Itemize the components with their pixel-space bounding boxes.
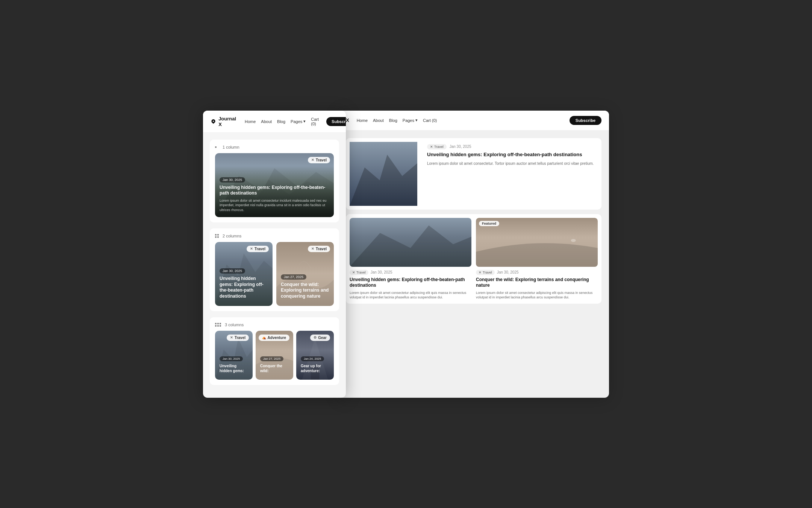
adventure-tag-tiny-2: ⛺ Adventure: [259, 335, 289, 341]
two-col-card-2[interactable]: ✕ Travel Jan 27, 2025 Conquer the wild: …: [276, 242, 334, 306]
nav-blog[interactable]: Blog: [277, 119, 285, 124]
right-article-img: [350, 142, 417, 206]
subscribe-button[interactable]: Subscribe: [326, 117, 346, 126]
featured-badge: Featured: [479, 221, 499, 226]
travel-tag-tiny-1: ✕ Travel: [227, 335, 249, 341]
article-excerpt: Lorem ipsum dolor sit amet consectetur i…: [220, 198, 329, 213]
tiny-title-3: Gear up for adventure:: [301, 364, 329, 373]
right-nav-pages[interactable]: Pages ▾: [403, 118, 418, 123]
right-article-title: Unveiling hidden gems: Exploring off-the…: [427, 152, 595, 158]
chevron-down-icon-right: ▾: [415, 118, 418, 123]
right-nav-blog[interactable]: Blog: [389, 118, 397, 123]
right-nav-cart[interactable]: Cart (0): [423, 118, 437, 123]
two-column-text: 2 columns: [223, 234, 241, 238]
right-card-img-1: [350, 218, 471, 267]
left-content: 1 column ✕ Travel Jan 30, 2025: [203, 133, 346, 398]
right-card-tag-2: ✕ Travel: [476, 270, 495, 275]
right-logo: X: [346, 117, 349, 123]
svg-point-0: [213, 120, 214, 122]
three-column-label: 3 columns: [215, 322, 334, 327]
left-panel: Journal X Home About Blog Pages ▾ Cart (…: [203, 111, 346, 398]
three-col-card-1[interactable]: ✕ Travel Jan 30, 2025 Unveiling hidden g…: [215, 331, 253, 380]
card-content-tiny-2: Jan 27, 2025 Conquer the wild:: [256, 350, 293, 380]
nav-links: Home About Blog Pages ▾ Cart (0): [245, 117, 319, 126]
right-featured-article[interactable]: ✕ Travel Jan 30, 2025 Unveiling hidden g…: [346, 138, 601, 210]
right-two-col: ✕ Travel Jan 30, 2025 Unveiling hidden g…: [346, 214, 601, 304]
article-title-3: Conquer the wild: Exploring terrains and…: [281, 282, 329, 300]
card-content-tiny-1: Jan 30, 2025 Unveiling hidden gems:: [215, 350, 253, 380]
right-travel-tag: ✕ Travel: [427, 144, 447, 149]
travel-tag: ✕ Travel: [308, 157, 330, 163]
nav-pages[interactable]: Pages ▾: [291, 119, 306, 124]
right-article-date: Jan 30, 2025: [450, 144, 471, 149]
three-col-card-3[interactable]: ⚙ Gear Jan 24, 2025 Gear up for adventur…: [296, 331, 334, 380]
three-column-section: 3 columns ✕ Travel: [210, 317, 339, 385]
travel-tag-3: ✕ Travel: [308, 246, 330, 252]
three-column-icon: [215, 323, 221, 327]
card-content: Jan 30, 2025 Unveiling hidden gems: Expl…: [215, 171, 334, 217]
right-article-excerpt: Lorem ipsum dolor sit amet consectetur. …: [427, 161, 595, 166]
article-date: Jan 30, 2025: [220, 177, 245, 183]
gear-tag-tiny-3: ⚙ Gear: [310, 335, 330, 341]
article-title-2: Unveiling hidden gems: Exploring off-the…: [220, 276, 268, 299]
right-nav-about[interactable]: About: [373, 118, 384, 123]
right-card-meta-2: ✕ Travel Jan 30, 2025: [476, 270, 598, 275]
travel-tag-2: ✕ Travel: [247, 246, 269, 252]
left-navbar: Journal X Home About Blog Pages ▾ Cart (…: [203, 111, 346, 133]
right-subscribe-button[interactable]: Subscribe: [570, 116, 601, 125]
tiny-date-1: Jan 30, 2025: [220, 356, 243, 361]
right-card-img-2: Featured: [476, 218, 598, 267]
card-content-2: Jan 30, 2025 Unveiling hidden gems: Expl…: [215, 262, 273, 306]
right-nav-links: Home About Blog Pages ▾ Cart (0): [357, 118, 437, 123]
two-col-card-1[interactable]: ✕ Travel Jan 30, 2025 Unveiling hidden g…: [215, 242, 273, 306]
right-article-text: ✕ Travel Jan 30, 2025 Unveiling hidden g…: [427, 138, 601, 210]
right-card-title-2: Conquer the wild: Exploring terrains and…: [476, 277, 598, 289]
svg-marker-8: [350, 225, 471, 267]
right-card-date-1: Jan 30, 2025: [371, 270, 392, 274]
article-date-2: Jan 30, 2025: [220, 268, 245, 274]
right-card-title-1: Unveiling hidden gems: Exploring off-the…: [350, 277, 471, 289]
right-card-date-2: Jan 30, 2025: [497, 270, 519, 274]
right-card-excerpt-1: Lorem ipsum dolor sit amet consectetur a…: [350, 291, 471, 300]
logo-icon: [211, 118, 216, 125]
three-col-card-2[interactable]: ⛺ Adventure Jan 27, 2025 Conquer the wil…: [256, 331, 293, 380]
article-date-3: Jan 27, 2025: [281, 274, 306, 280]
nav-cart[interactable]: Cart (0): [311, 117, 319, 126]
two-col-grid: ✕ Travel Jan 30, 2025 Unveiling hidden g…: [215, 242, 334, 306]
one-column-label: 1 column: [215, 145, 334, 149]
three-col-grid: ✕ Travel Jan 30, 2025 Unveiling hidden g…: [215, 331, 334, 380]
right-card-excerpt-2: Lorem ipsum dolor sit amet consectetur a…: [476, 291, 598, 300]
tiny-title-1: Unveiling hidden gems:: [220, 364, 248, 373]
one-column-icon: [215, 146, 219, 148]
right-content: ✕ Travel Jan 30, 2025 Unveiling hidden g…: [338, 131, 609, 311]
card-content-tiny-3: Jan 24, 2025 Gear up for adventure:: [296, 350, 334, 380]
two-column-section: 2 columns ✕ Travel: [210, 228, 339, 311]
three-column-text: 3 columns: [225, 322, 244, 327]
right-card-2[interactable]: Featured ✕ Travel Jan 30, 2025 Conquer t…: [476, 218, 598, 300]
logo-text: Journal X: [218, 116, 237, 127]
chevron-down-icon: ▾: [303, 119, 306, 124]
two-column-icon: [215, 234, 219, 238]
card-content-3: Jan 27, 2025 Conquer the wild: Exploring…: [276, 268, 334, 306]
right-panel: X Home About Blog Pages ▾ Cart (0) Subsc…: [338, 111, 609, 398]
nav-about[interactable]: About: [261, 119, 272, 124]
article-title: Unveiling hidden gems: Exploring off-the…: [220, 185, 329, 196]
right-card-1[interactable]: ✕ Travel Jan 30, 2025 Unveiling hidden g…: [350, 218, 471, 300]
right-navbar: X Home About Blog Pages ▾ Cart (0) Subsc…: [338, 111, 609, 131]
right-card-tag-1: ✕ Travel: [350, 270, 368, 275]
featured-article-card[interactable]: ✕ Travel Jan 30, 2025 Unveiling hidden g…: [215, 153, 334, 217]
tiny-date-3: Jan 24, 2025: [301, 356, 324, 361]
svg-point-9: [571, 239, 576, 242]
tiny-title-2: Conquer the wild:: [260, 364, 289, 373]
nav-home[interactable]: Home: [245, 119, 256, 124]
one-column-text: 1 column: [223, 145, 239, 149]
right-nav-home[interactable]: Home: [357, 118, 368, 123]
right-article-meta: ✕ Travel Jan 30, 2025: [427, 144, 595, 149]
tiny-date-2: Jan 27, 2025: [260, 356, 283, 361]
logo[interactable]: Journal X: [211, 116, 237, 127]
right-card-meta-1: ✕ Travel Jan 30, 2025: [350, 270, 471, 275]
two-column-label: 2 columns: [215, 234, 334, 238]
right-card-mountain-bg: [350, 218, 471, 267]
one-column-section: 1 column ✕ Travel Jan 30, 2025: [210, 140, 339, 222]
